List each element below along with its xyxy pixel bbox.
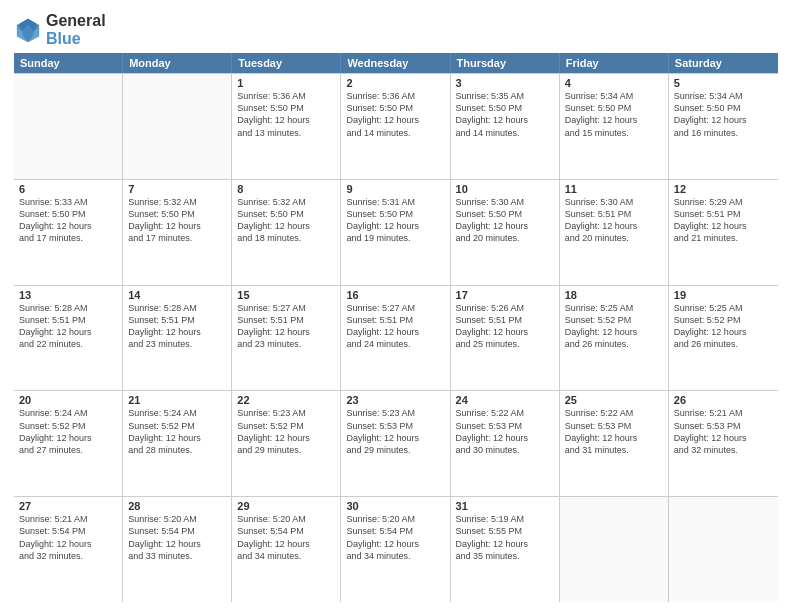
- cal-cell: 28Sunrise: 5:20 AM Sunset: 5:54 PM Dayli…: [123, 497, 232, 602]
- cal-cell: 20Sunrise: 5:24 AM Sunset: 5:52 PM Dayli…: [14, 391, 123, 496]
- day-number: 22: [237, 394, 335, 406]
- cal-cell: 17Sunrise: 5:26 AM Sunset: 5:51 PM Dayli…: [451, 286, 560, 391]
- day-number: 29: [237, 500, 335, 512]
- header-cell-sunday: Sunday: [14, 53, 123, 73]
- cal-cell: 13Sunrise: 5:28 AM Sunset: 5:51 PM Dayli…: [14, 286, 123, 391]
- header-cell-monday: Monday: [123, 53, 232, 73]
- cal-cell: [123, 74, 232, 179]
- cal-cell: [14, 74, 123, 179]
- day-number: 16: [346, 289, 444, 301]
- cal-cell: 22Sunrise: 5:23 AM Sunset: 5:52 PM Dayli…: [232, 391, 341, 496]
- day-number: 23: [346, 394, 444, 406]
- day-number: 7: [128, 183, 226, 195]
- cell-info: Sunrise: 5:25 AM Sunset: 5:52 PM Dayligh…: [565, 302, 663, 351]
- cell-info: Sunrise: 5:31 AM Sunset: 5:50 PM Dayligh…: [346, 196, 444, 245]
- cell-info: Sunrise: 5:27 AM Sunset: 5:51 PM Dayligh…: [237, 302, 335, 351]
- day-number: 9: [346, 183, 444, 195]
- header-cell-thursday: Thursday: [451, 53, 560, 73]
- cell-info: Sunrise: 5:34 AM Sunset: 5:50 PM Dayligh…: [674, 90, 773, 139]
- logo-icon: [14, 16, 42, 44]
- cal-cell: 23Sunrise: 5:23 AM Sunset: 5:53 PM Dayli…: [341, 391, 450, 496]
- cal-cell: 2Sunrise: 5:36 AM Sunset: 5:50 PM Daylig…: [341, 74, 450, 179]
- cal-cell: 12Sunrise: 5:29 AM Sunset: 5:51 PM Dayli…: [669, 180, 778, 285]
- cell-info: Sunrise: 5:23 AM Sunset: 5:52 PM Dayligh…: [237, 407, 335, 456]
- calendar-header: SundayMondayTuesdayWednesdayThursdayFrid…: [14, 53, 778, 73]
- cal-cell: 21Sunrise: 5:24 AM Sunset: 5:52 PM Dayli…: [123, 391, 232, 496]
- cell-info: Sunrise: 5:36 AM Sunset: 5:50 PM Dayligh…: [346, 90, 444, 139]
- cell-info: Sunrise: 5:28 AM Sunset: 5:51 PM Dayligh…: [128, 302, 226, 351]
- cell-info: Sunrise: 5:20 AM Sunset: 5:54 PM Dayligh…: [346, 513, 444, 562]
- day-number: 2: [346, 77, 444, 89]
- cell-info: Sunrise: 5:32 AM Sunset: 5:50 PM Dayligh…: [237, 196, 335, 245]
- cal-cell: 14Sunrise: 5:28 AM Sunset: 5:51 PM Dayli…: [123, 286, 232, 391]
- cell-info: Sunrise: 5:33 AM Sunset: 5:50 PM Dayligh…: [19, 196, 117, 245]
- day-number: 20: [19, 394, 117, 406]
- cell-info: Sunrise: 5:28 AM Sunset: 5:51 PM Dayligh…: [19, 302, 117, 351]
- cell-info: Sunrise: 5:22 AM Sunset: 5:53 PM Dayligh…: [565, 407, 663, 456]
- cal-cell: 18Sunrise: 5:25 AM Sunset: 5:52 PM Dayli…: [560, 286, 669, 391]
- cell-info: Sunrise: 5:36 AM Sunset: 5:50 PM Dayligh…: [237, 90, 335, 139]
- cell-info: Sunrise: 5:20 AM Sunset: 5:54 PM Dayligh…: [128, 513, 226, 562]
- cell-info: Sunrise: 5:34 AM Sunset: 5:50 PM Dayligh…: [565, 90, 663, 139]
- cell-info: Sunrise: 5:22 AM Sunset: 5:53 PM Dayligh…: [456, 407, 554, 456]
- page: General Blue SundayMondayTuesdayWednesda…: [0, 0, 792, 612]
- week-row-1: 1Sunrise: 5:36 AM Sunset: 5:50 PM Daylig…: [14, 73, 778, 180]
- day-number: 17: [456, 289, 554, 301]
- cell-info: Sunrise: 5:21 AM Sunset: 5:53 PM Dayligh…: [674, 407, 773, 456]
- logo-text: General Blue: [46, 12, 106, 47]
- header-cell-friday: Friday: [560, 53, 669, 73]
- day-number: 12: [674, 183, 773, 195]
- day-number: 14: [128, 289, 226, 301]
- calendar: SundayMondayTuesdayWednesdayThursdayFrid…: [14, 53, 778, 602]
- day-number: 27: [19, 500, 117, 512]
- cell-info: Sunrise: 5:29 AM Sunset: 5:51 PM Dayligh…: [674, 196, 773, 245]
- cal-cell: 7Sunrise: 5:32 AM Sunset: 5:50 PM Daylig…: [123, 180, 232, 285]
- day-number: 6: [19, 183, 117, 195]
- day-number: 10: [456, 183, 554, 195]
- cal-cell: 11Sunrise: 5:30 AM Sunset: 5:51 PM Dayli…: [560, 180, 669, 285]
- day-number: 4: [565, 77, 663, 89]
- day-number: 5: [674, 77, 773, 89]
- cell-info: Sunrise: 5:24 AM Sunset: 5:52 PM Dayligh…: [19, 407, 117, 456]
- cell-info: Sunrise: 5:24 AM Sunset: 5:52 PM Dayligh…: [128, 407, 226, 456]
- cell-info: Sunrise: 5:35 AM Sunset: 5:50 PM Dayligh…: [456, 90, 554, 139]
- cell-info: Sunrise: 5:32 AM Sunset: 5:50 PM Dayligh…: [128, 196, 226, 245]
- cal-cell: 26Sunrise: 5:21 AM Sunset: 5:53 PM Dayli…: [669, 391, 778, 496]
- week-row-4: 20Sunrise: 5:24 AM Sunset: 5:52 PM Dayli…: [14, 391, 778, 497]
- day-number: 11: [565, 183, 663, 195]
- cal-cell: 25Sunrise: 5:22 AM Sunset: 5:53 PM Dayli…: [560, 391, 669, 496]
- cal-cell: 8Sunrise: 5:32 AM Sunset: 5:50 PM Daylig…: [232, 180, 341, 285]
- cal-cell: 29Sunrise: 5:20 AM Sunset: 5:54 PM Dayli…: [232, 497, 341, 602]
- day-number: 8: [237, 183, 335, 195]
- cell-info: Sunrise: 5:23 AM Sunset: 5:53 PM Dayligh…: [346, 407, 444, 456]
- day-number: 13: [19, 289, 117, 301]
- day-number: 15: [237, 289, 335, 301]
- cal-cell: 6Sunrise: 5:33 AM Sunset: 5:50 PM Daylig…: [14, 180, 123, 285]
- day-number: 3: [456, 77, 554, 89]
- cal-cell: 24Sunrise: 5:22 AM Sunset: 5:53 PM Dayli…: [451, 391, 560, 496]
- cell-info: Sunrise: 5:21 AM Sunset: 5:54 PM Dayligh…: [19, 513, 117, 562]
- cell-info: Sunrise: 5:30 AM Sunset: 5:51 PM Dayligh…: [565, 196, 663, 245]
- cell-info: Sunrise: 5:27 AM Sunset: 5:51 PM Dayligh…: [346, 302, 444, 351]
- week-row-5: 27Sunrise: 5:21 AM Sunset: 5:54 PM Dayli…: [14, 497, 778, 602]
- cal-cell: 1Sunrise: 5:36 AM Sunset: 5:50 PM Daylig…: [232, 74, 341, 179]
- cell-info: Sunrise: 5:19 AM Sunset: 5:55 PM Dayligh…: [456, 513, 554, 562]
- cal-cell: 10Sunrise: 5:30 AM Sunset: 5:50 PM Dayli…: [451, 180, 560, 285]
- day-number: 24: [456, 394, 554, 406]
- cell-info: Sunrise: 5:26 AM Sunset: 5:51 PM Dayligh…: [456, 302, 554, 351]
- cal-cell: 16Sunrise: 5:27 AM Sunset: 5:51 PM Dayli…: [341, 286, 450, 391]
- cal-cell: 31Sunrise: 5:19 AM Sunset: 5:55 PM Dayli…: [451, 497, 560, 602]
- cal-cell: 30Sunrise: 5:20 AM Sunset: 5:54 PM Dayli…: [341, 497, 450, 602]
- cal-cell: 19Sunrise: 5:25 AM Sunset: 5:52 PM Dayli…: [669, 286, 778, 391]
- day-number: 28: [128, 500, 226, 512]
- cell-info: Sunrise: 5:20 AM Sunset: 5:54 PM Dayligh…: [237, 513, 335, 562]
- cal-cell: 27Sunrise: 5:21 AM Sunset: 5:54 PM Dayli…: [14, 497, 123, 602]
- cal-cell: 3Sunrise: 5:35 AM Sunset: 5:50 PM Daylig…: [451, 74, 560, 179]
- cal-cell: 4Sunrise: 5:34 AM Sunset: 5:50 PM Daylig…: [560, 74, 669, 179]
- header-cell-saturday: Saturday: [669, 53, 778, 73]
- cal-cell: [560, 497, 669, 602]
- cal-cell: [669, 497, 778, 602]
- week-row-2: 6Sunrise: 5:33 AM Sunset: 5:50 PM Daylig…: [14, 180, 778, 286]
- cal-cell: 9Sunrise: 5:31 AM Sunset: 5:50 PM Daylig…: [341, 180, 450, 285]
- calendar-body: 1Sunrise: 5:36 AM Sunset: 5:50 PM Daylig…: [14, 73, 778, 602]
